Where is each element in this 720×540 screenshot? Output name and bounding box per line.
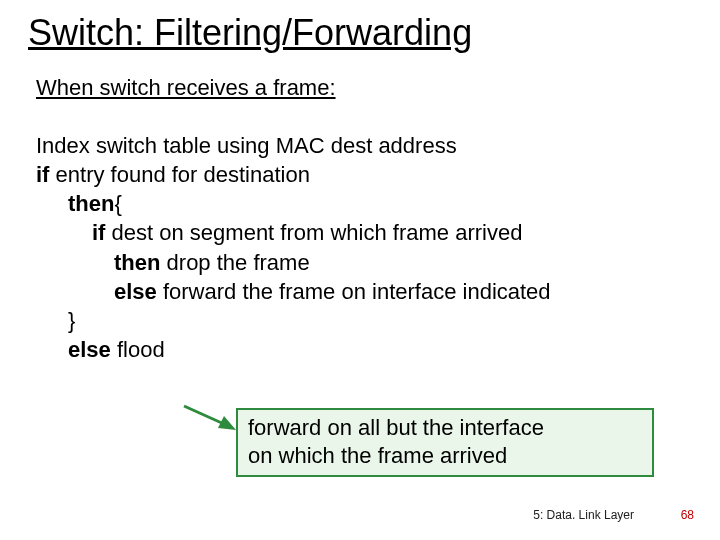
body-line: } bbox=[68, 306, 692, 335]
slide: Switch: Filtering/Forwarding When switch… bbox=[0, 0, 720, 540]
callout-line: on which the frame arrived bbox=[248, 442, 642, 470]
body-line: else flood bbox=[68, 335, 692, 364]
callout-line: forward on all but the interface bbox=[248, 414, 642, 442]
text: drop the frame bbox=[160, 250, 309, 275]
callout-box: forward on all but the interface on whic… bbox=[236, 408, 654, 477]
keyword-then: then bbox=[68, 191, 114, 216]
body-line: then drop the frame bbox=[114, 248, 692, 277]
keyword-if: if bbox=[92, 220, 105, 245]
keyword-else: else bbox=[114, 279, 157, 304]
body-line: then{ bbox=[68, 189, 692, 218]
slide-subheading: When switch receives a frame: bbox=[36, 75, 692, 101]
callout-content: forward on all but the interface on whic… bbox=[236, 408, 654, 477]
body-line: Index switch table using MAC dest addres… bbox=[36, 131, 692, 160]
text: dest on segment from which frame arrived bbox=[105, 220, 522, 245]
page-number: 68 bbox=[681, 508, 694, 522]
footer-section-label: 5: Data. Link Layer bbox=[533, 508, 634, 522]
keyword-if: if bbox=[36, 162, 49, 187]
slide-body: Index switch table using MAC dest addres… bbox=[36, 131, 692, 363]
body-line: if entry found for destination bbox=[36, 160, 692, 189]
text: forward the frame on interface indicated bbox=[157, 279, 551, 304]
text: flood bbox=[111, 337, 165, 362]
svg-line-0 bbox=[184, 406, 224, 424]
svg-marker-1 bbox=[218, 416, 236, 430]
body-line: else forward the frame on interface indi… bbox=[114, 277, 692, 306]
slide-title: Switch: Filtering/Forwarding bbox=[28, 12, 692, 53]
text: { bbox=[114, 191, 121, 216]
keyword-else: else bbox=[68, 337, 111, 362]
body-line: if dest on segment from which frame arri… bbox=[92, 218, 692, 247]
keyword-then: then bbox=[114, 250, 160, 275]
arrow-icon bbox=[180, 404, 240, 434]
text: entry found for destination bbox=[49, 162, 310, 187]
